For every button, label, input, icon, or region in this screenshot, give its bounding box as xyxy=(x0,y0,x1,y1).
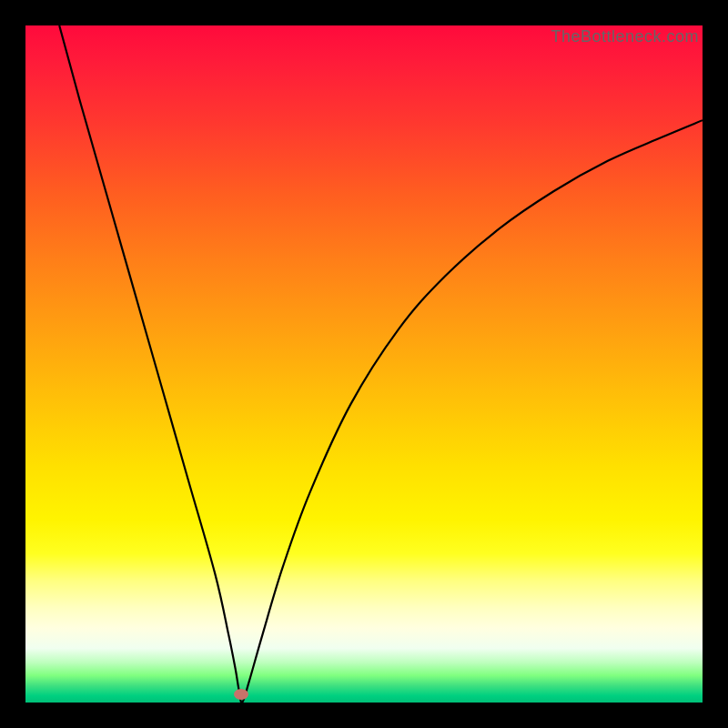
optimal-point-marker xyxy=(234,689,248,700)
bottleneck-curve xyxy=(25,25,703,703)
plot-area xyxy=(25,25,703,703)
watermark-text: TheBottleneck.com xyxy=(551,27,699,46)
chart-container: TheBottleneck.com xyxy=(0,0,728,728)
